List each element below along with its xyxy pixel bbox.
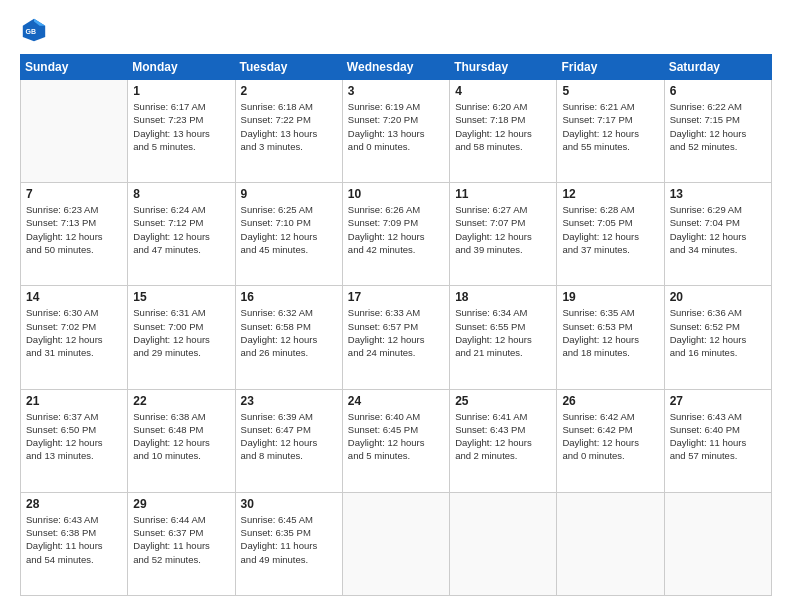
day-number: 3 (348, 84, 444, 98)
calendar-cell: 28Sunrise: 6:43 AM Sunset: 6:38 PM Dayli… (21, 492, 128, 595)
day-info: Sunrise: 6:41 AM Sunset: 6:43 PM Dayligh… (455, 410, 551, 463)
day-number: 13 (670, 187, 766, 201)
day-info: Sunrise: 6:29 AM Sunset: 7:04 PM Dayligh… (670, 203, 766, 256)
day-number: 16 (241, 290, 337, 304)
logo: GB (20, 16, 54, 44)
day-info: Sunrise: 6:23 AM Sunset: 7:13 PM Dayligh… (26, 203, 122, 256)
day-number: 4 (455, 84, 551, 98)
day-number: 21 (26, 394, 122, 408)
day-info: Sunrise: 6:37 AM Sunset: 6:50 PM Dayligh… (26, 410, 122, 463)
week-row-0: 1Sunrise: 6:17 AM Sunset: 7:23 PM Daylig… (21, 80, 772, 183)
day-number: 2 (241, 84, 337, 98)
calendar-cell: 23Sunrise: 6:39 AM Sunset: 6:47 PM Dayli… (235, 389, 342, 492)
day-info: Sunrise: 6:38 AM Sunset: 6:48 PM Dayligh… (133, 410, 229, 463)
day-info: Sunrise: 6:42 AM Sunset: 6:42 PM Dayligh… (562, 410, 658, 463)
weekday-header-thursday: Thursday (450, 55, 557, 80)
day-info: Sunrise: 6:32 AM Sunset: 6:58 PM Dayligh… (241, 306, 337, 359)
day-info: Sunrise: 6:26 AM Sunset: 7:09 PM Dayligh… (348, 203, 444, 256)
calendar-cell (557, 492, 664, 595)
calendar-cell: 22Sunrise: 6:38 AM Sunset: 6:48 PM Dayli… (128, 389, 235, 492)
calendar-cell: 5Sunrise: 6:21 AM Sunset: 7:17 PM Daylig… (557, 80, 664, 183)
calendar-cell: 10Sunrise: 6:26 AM Sunset: 7:09 PM Dayli… (342, 183, 449, 286)
calendar-cell: 25Sunrise: 6:41 AM Sunset: 6:43 PM Dayli… (450, 389, 557, 492)
day-number: 12 (562, 187, 658, 201)
day-info: Sunrise: 6:43 AM Sunset: 6:38 PM Dayligh… (26, 513, 122, 566)
calendar-cell: 29Sunrise: 6:44 AM Sunset: 6:37 PM Dayli… (128, 492, 235, 595)
calendar-page: GB SundayMondayTuesdayWednesdayThursdayF… (0, 0, 792, 612)
day-info: Sunrise: 6:34 AM Sunset: 6:55 PM Dayligh… (455, 306, 551, 359)
weekday-header-sunday: Sunday (21, 55, 128, 80)
calendar-cell: 13Sunrise: 6:29 AM Sunset: 7:04 PM Dayli… (664, 183, 771, 286)
calendar-cell: 16Sunrise: 6:32 AM Sunset: 6:58 PM Dayli… (235, 286, 342, 389)
calendar-cell (342, 492, 449, 595)
week-row-1: 7Sunrise: 6:23 AM Sunset: 7:13 PM Daylig… (21, 183, 772, 286)
day-info: Sunrise: 6:43 AM Sunset: 6:40 PM Dayligh… (670, 410, 766, 463)
day-number: 26 (562, 394, 658, 408)
day-info: Sunrise: 6:33 AM Sunset: 6:57 PM Dayligh… (348, 306, 444, 359)
day-info: Sunrise: 6:20 AM Sunset: 7:18 PM Dayligh… (455, 100, 551, 153)
logo-icon: GB (20, 16, 48, 44)
calendar-cell: 6Sunrise: 6:22 AM Sunset: 7:15 PM Daylig… (664, 80, 771, 183)
day-number: 8 (133, 187, 229, 201)
calendar-cell: 2Sunrise: 6:18 AM Sunset: 7:22 PM Daylig… (235, 80, 342, 183)
day-info: Sunrise: 6:45 AM Sunset: 6:35 PM Dayligh… (241, 513, 337, 566)
day-info: Sunrise: 6:25 AM Sunset: 7:10 PM Dayligh… (241, 203, 337, 256)
calendar-cell (664, 492, 771, 595)
calendar-table: SundayMondayTuesdayWednesdayThursdayFrid… (20, 54, 772, 596)
day-number: 29 (133, 497, 229, 511)
day-info: Sunrise: 6:35 AM Sunset: 6:53 PM Dayligh… (562, 306, 658, 359)
week-row-4: 28Sunrise: 6:43 AM Sunset: 6:38 PM Dayli… (21, 492, 772, 595)
day-number: 9 (241, 187, 337, 201)
calendar-cell: 9Sunrise: 6:25 AM Sunset: 7:10 PM Daylig… (235, 183, 342, 286)
weekday-header-wednesday: Wednesday (342, 55, 449, 80)
day-number: 20 (670, 290, 766, 304)
weekday-header-monday: Monday (128, 55, 235, 80)
day-number: 19 (562, 290, 658, 304)
weekday-header-row: SundayMondayTuesdayWednesdayThursdayFrid… (21, 55, 772, 80)
calendar-cell: 12Sunrise: 6:28 AM Sunset: 7:05 PM Dayli… (557, 183, 664, 286)
calendar-cell: 30Sunrise: 6:45 AM Sunset: 6:35 PM Dayli… (235, 492, 342, 595)
day-info: Sunrise: 6:21 AM Sunset: 7:17 PM Dayligh… (562, 100, 658, 153)
calendar-cell: 27Sunrise: 6:43 AM Sunset: 6:40 PM Dayli… (664, 389, 771, 492)
day-number: 23 (241, 394, 337, 408)
day-info: Sunrise: 6:19 AM Sunset: 7:20 PM Dayligh… (348, 100, 444, 153)
day-info: Sunrise: 6:36 AM Sunset: 6:52 PM Dayligh… (670, 306, 766, 359)
day-info: Sunrise: 6:27 AM Sunset: 7:07 PM Dayligh… (455, 203, 551, 256)
day-info: Sunrise: 6:30 AM Sunset: 7:02 PM Dayligh… (26, 306, 122, 359)
calendar-cell: 8Sunrise: 6:24 AM Sunset: 7:12 PM Daylig… (128, 183, 235, 286)
calendar-cell: 3Sunrise: 6:19 AM Sunset: 7:20 PM Daylig… (342, 80, 449, 183)
day-number: 17 (348, 290, 444, 304)
calendar-cell: 20Sunrise: 6:36 AM Sunset: 6:52 PM Dayli… (664, 286, 771, 389)
day-number: 27 (670, 394, 766, 408)
day-number: 6 (670, 84, 766, 98)
day-number: 15 (133, 290, 229, 304)
calendar-cell: 15Sunrise: 6:31 AM Sunset: 7:00 PM Dayli… (128, 286, 235, 389)
day-number: 10 (348, 187, 444, 201)
day-info: Sunrise: 6:31 AM Sunset: 7:00 PM Dayligh… (133, 306, 229, 359)
weekday-header-friday: Friday (557, 55, 664, 80)
day-number: 5 (562, 84, 658, 98)
calendar-cell: 26Sunrise: 6:42 AM Sunset: 6:42 PM Dayli… (557, 389, 664, 492)
day-number: 30 (241, 497, 337, 511)
day-number: 25 (455, 394, 551, 408)
day-number: 14 (26, 290, 122, 304)
day-info: Sunrise: 6:39 AM Sunset: 6:47 PM Dayligh… (241, 410, 337, 463)
calendar-cell: 24Sunrise: 6:40 AM Sunset: 6:45 PM Dayli… (342, 389, 449, 492)
week-row-2: 14Sunrise: 6:30 AM Sunset: 7:02 PM Dayli… (21, 286, 772, 389)
day-info: Sunrise: 6:40 AM Sunset: 6:45 PM Dayligh… (348, 410, 444, 463)
day-info: Sunrise: 6:24 AM Sunset: 7:12 PM Dayligh… (133, 203, 229, 256)
calendar-cell: 21Sunrise: 6:37 AM Sunset: 6:50 PM Dayli… (21, 389, 128, 492)
calendar-cell: 17Sunrise: 6:33 AM Sunset: 6:57 PM Dayli… (342, 286, 449, 389)
calendar-cell: 18Sunrise: 6:34 AM Sunset: 6:55 PM Dayli… (450, 286, 557, 389)
calendar-cell: 11Sunrise: 6:27 AM Sunset: 7:07 PM Dayli… (450, 183, 557, 286)
day-info: Sunrise: 6:44 AM Sunset: 6:37 PM Dayligh… (133, 513, 229, 566)
calendar-cell (450, 492, 557, 595)
calendar-cell: 14Sunrise: 6:30 AM Sunset: 7:02 PM Dayli… (21, 286, 128, 389)
calendar-cell: 1Sunrise: 6:17 AM Sunset: 7:23 PM Daylig… (128, 80, 235, 183)
day-info: Sunrise: 6:18 AM Sunset: 7:22 PM Dayligh… (241, 100, 337, 153)
day-number: 11 (455, 187, 551, 201)
day-info: Sunrise: 6:17 AM Sunset: 7:23 PM Dayligh… (133, 100, 229, 153)
day-info: Sunrise: 6:28 AM Sunset: 7:05 PM Dayligh… (562, 203, 658, 256)
weekday-header-saturday: Saturday (664, 55, 771, 80)
day-number: 22 (133, 394, 229, 408)
